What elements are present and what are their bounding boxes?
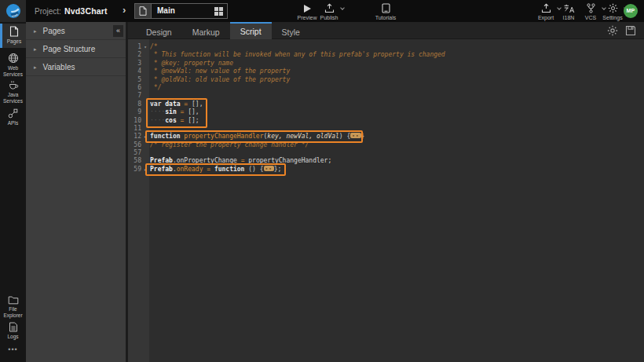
line-number: 9: [128, 108, 141, 116]
code-text: [149, 125, 150, 133]
panel-resizer[interactable]: [126, 22, 128, 362]
gear-icon: [607, 25, 618, 36]
sidebar-item-pages[interactable]: Pages: [0, 24, 26, 48]
code-line[interactable]: 12▸function propertyChangeHandler(key, n…: [128, 133, 644, 141]
fold-gutter: [141, 84, 149, 92]
code-text: [149, 92, 150, 100]
translate-icon: [563, 4, 575, 13]
more-options-icon[interactable]: •••: [0, 346, 26, 353]
page-selector-value: Main: [152, 4, 214, 18]
page-file-icon: [135, 4, 152, 18]
code-line[interactable]: 1▾/*: [128, 43, 644, 51]
fold-marker-icon[interactable]: ▾: [141, 43, 149, 51]
code-text: ····cos = [];: [149, 117, 199, 125]
code-text: function propertyChangeHandler(key, newV…: [149, 133, 364, 141]
fold-gutter: [141, 101, 149, 108]
code-line[interactable]: 59▸Prefab.onReady = function () {••};: [128, 166, 644, 174]
line-number: 1: [128, 43, 141, 51]
accordion-pages[interactable]: ▸Pages «: [26, 22, 126, 40]
tab-design[interactable]: Design: [136, 22, 182, 39]
code-line[interactable]: 7: [128, 92, 644, 100]
code-text: * @oldVal: old value of the property: [149, 76, 290, 84]
sidebar-label: Java Services: [0, 92, 26, 104]
sidebar-item-file-explorer[interactable]: File Explorer: [0, 293, 26, 318]
tab-script[interactable]: Script: [230, 22, 272, 39]
code-line[interactable]: 8var data = [],: [128, 101, 644, 108]
fold-gutter: [141, 157, 149, 165]
code-line[interactable]: 56/* register the property change handle…: [128, 141, 644, 149]
accordion-label: Page Structure: [43, 45, 96, 53]
code-text: * This function will be invoked when any…: [149, 51, 445, 59]
collapsed-arrow-icon: ▸: [34, 40, 37, 58]
code-line[interactable]: 5 * @oldVal: old value of the property: [128, 76, 644, 84]
grid-view-icon[interactable]: [214, 7, 223, 16]
fold-gutter: [141, 141, 149, 149]
collapsed-code-widget[interactable]: ••: [264, 166, 274, 171]
line-number: 12: [128, 133, 141, 141]
left-sidebar: Pages Web Services Java Services APIs Fi…: [0, 22, 26, 362]
script-settings-button[interactable]: [607, 25, 618, 36]
panel-collapse-button[interactable]: «: [113, 25, 123, 37]
top-bar: Project:Nvd3Chart › Main Preview Publish: [0, 0, 644, 22]
tutorials-label: Tutorials: [370, 15, 401, 20]
line-number: 5: [128, 76, 141, 84]
code-line[interactable]: 9····sin = [],: [128, 108, 644, 116]
app-window: Project:Nvd3Chart › Main Preview Publish: [0, 0, 644, 362]
tab-style[interactable]: Style: [272, 22, 310, 39]
code-line[interactable]: 4 * @newVal: new value of the property: [128, 68, 644, 75]
sidebar-item-web-services[interactable]: Web Services: [0, 50, 26, 77]
fold-gutter: [141, 149, 149, 157]
code-line[interactable]: 58Prefab.onPropertyChange = propertyChan…: [128, 157, 644, 165]
code-line[interactable]: 2 * This function will be invoked when a…: [128, 51, 644, 59]
accordion-page-structure[interactable]: ▸Page Structure: [26, 40, 126, 58]
collapsed-code-widget[interactable]: ••: [350, 133, 360, 138]
code-line[interactable]: 11: [128, 125, 644, 133]
code-text: Prefab.onPropertyChange = propertyChange…: [149, 157, 331, 165]
page-selector-dropdown[interactable]: Main: [134, 3, 228, 19]
publish-button[interactable]: Publish: [313, 3, 345, 20]
code-line[interactable]: 3 * @key: property name: [128, 60, 644, 68]
sidebar-label: Pages: [2, 38, 26, 45]
code-line[interactable]: 10····cos = [];: [128, 117, 644, 125]
line-number: 57: [128, 149, 141, 157]
wavemaker-logo-icon: [5, 3, 21, 19]
line-number: 10: [128, 117, 141, 125]
sidebar-item-apis[interactable]: APIs: [0, 106, 26, 126]
save-floppy-icon: [625, 25, 636, 36]
code-line[interactable]: 6 */: [128, 84, 644, 92]
fold-gutter: [141, 92, 149, 100]
code-text: * @key: property name: [149, 60, 233, 68]
sidebar-label: APIs: [0, 120, 26, 126]
tutorials-button[interactable]: Tutorials: [370, 3, 401, 20]
code-text: * @newVal: new value of the property: [149, 68, 290, 75]
pages-panel: ▸Pages « ▸Page Structure ▸Variables: [26, 22, 126, 362]
code-line[interactable]: 57: [128, 149, 644, 157]
script-editor[interactable]: 1▾/*2 * This function will be invoked wh…: [128, 39, 644, 362]
code-text: var data = [],: [149, 101, 203, 108]
code-text: */: [149, 84, 161, 92]
code-lines: 1▾/*2 * This function will be invoked wh…: [128, 39, 644, 174]
fold-gutter: [141, 108, 149, 116]
line-number: 6: [128, 84, 141, 92]
play-icon: [304, 5, 311, 13]
line-number: 58: [128, 157, 141, 165]
accordion-variables[interactable]: ▸Variables: [26, 58, 126, 76]
sidebar-item-java-services[interactable]: Java Services: [0, 78, 26, 104]
settings-label: Settings: [597, 15, 628, 20]
project-title: Project:Nvd3Chart: [35, 0, 108, 22]
fold-marker-icon[interactable]: ▸: [141, 166, 149, 174]
editor-tab-bar: Design Markup Script Style: [128, 22, 644, 39]
sidebar-item-logs[interactable]: Logs: [0, 320, 26, 340]
sidebar-label: File Explorer: [0, 306, 26, 318]
fold-gutter: [141, 51, 149, 59]
project-label: Project:: [35, 7, 61, 16]
tab-markup[interactable]: Markup: [182, 22, 230, 39]
accordion-label: Variables: [43, 63, 75, 71]
fold-marker-icon[interactable]: ▸: [141, 133, 149, 141]
save-button[interactable]: [625, 25, 636, 36]
sidebar-label: Web Services: [0, 65, 26, 77]
app-logo[interactable]: [0, 0, 26, 22]
line-number: 59: [128, 166, 141, 174]
fold-gutter: [141, 76, 149, 84]
user-avatar[interactable]: MP: [624, 4, 638, 18]
